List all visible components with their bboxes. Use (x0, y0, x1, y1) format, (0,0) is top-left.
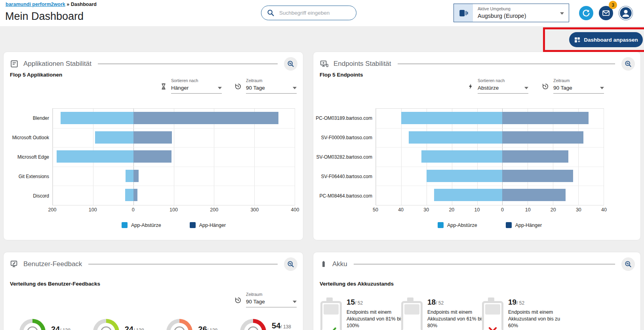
bar-crashes (427, 170, 503, 182)
period-dropdown[interactable]: Zeitraum 90 Tage (541, 78, 604, 94)
bar-hangs (502, 131, 583, 144)
environment-value: Augsburg (Europe) (478, 13, 526, 19)
detail-zoom-button[interactable] (621, 257, 635, 271)
battery-description: Endpoints mit einem Akkuzustand von 81% … (347, 309, 406, 329)
sort-value: Hänger (171, 85, 222, 91)
bar-hangs (133, 112, 279, 124)
divider (88, 264, 278, 265)
chart-subtitle: Flop 5 Applikationen (10, 72, 62, 78)
app-stability-icon (10, 59, 19, 68)
battery-count: 18/ 52 (427, 298, 487, 307)
battery-count: 15/ 52 (347, 298, 406, 307)
legend-item: App-Abstürze (438, 222, 477, 228)
gauge-ring (240, 319, 266, 330)
dashboard-page: baramundi perform2work » Dashboard Mein … (0, 0, 644, 330)
bar-crashes (126, 170, 133, 182)
customize-dashboard-label: Dashboard anpassen (584, 37, 638, 43)
category-label: Microsoft Edge (17, 154, 49, 160)
battery-description: Endpoints mit einem Akkuzustand von 61% … (427, 309, 487, 329)
chart-row (53, 109, 295, 129)
smiley-icon (170, 323, 189, 330)
detail-zoom-button[interactable] (621, 57, 635, 71)
chevron-down-icon (293, 87, 297, 89)
page-title: Mein Dashboard (5, 10, 84, 23)
smiley-icon (23, 323, 42, 330)
axis-tick-label: 20 (551, 207, 556, 213)
bar-hangs (502, 112, 588, 124)
chevron-down-icon (560, 12, 564, 15)
battery-status-text: 15/ 52Endpoints mit einem Akkuzustand vo… (347, 298, 406, 330)
card-endpoint-stability: Endpoints Stabilität Flop 5 Endpoints So… (313, 52, 641, 240)
axis-tick-label: 40 (601, 207, 607, 213)
sort-dropdown[interactable]: Sortieren nach Abstürze (467, 78, 528, 94)
bar-hangs (133, 131, 172, 144)
axis-tick-label: 20 (449, 207, 454, 213)
battery-outline-icon (320, 301, 342, 330)
period-label: Zeitraum (246, 292, 297, 297)
feedback-gauge: 24/ 138 (93, 319, 144, 330)
chart-row (376, 167, 604, 186)
breadcrumb: baramundi perform2work » Dashboard (6, 2, 97, 7)
bar-crashes (434, 189, 503, 201)
chart-row (376, 147, 604, 167)
divider (354, 264, 615, 265)
card-title: Applikationen Stabilität (23, 60, 91, 68)
card-title: Benutzer-Feedback (23, 260, 82, 268)
period-dropdown[interactable]: Zeitraum 90 Tage (234, 78, 297, 94)
feedback-gauge: 26/ 138 (166, 319, 217, 330)
card-user-feedback: Benutzer-Feedback Verteilung des Benutze… (3, 252, 303, 330)
period-dropdown[interactable]: Zeitraum 90 Tage (234, 292, 297, 307)
legend-item: App-Hänger (190, 222, 226, 228)
card-battery: Akku Verteilung des Akkuzustands 15/ 52E… (313, 252, 641, 330)
battery-distribution: 15/ 52Endpoints mit einem Akkuzustand vo… (320, 298, 636, 330)
chevron-down-icon (218, 87, 222, 89)
gauge-ring (93, 319, 119, 330)
axis-tick-label: 100 (89, 207, 97, 213)
legend-label: App-Hänger (199, 223, 226, 228)
search-box[interactable] (261, 6, 356, 20)
battery-status-text: 18/ 52Endpoints mit einem Akkuzustand vo… (427, 298, 487, 330)
environment-selector[interactable]: Aktive Umgebung Augsburg (Europe) (453, 4, 569, 22)
axis-tick-label: 400 (291, 207, 299, 213)
period-value: 90 Tage (553, 85, 604, 91)
bar-hangs (133, 189, 137, 201)
customize-dashboard-button[interactable]: Dashboard anpassen (569, 32, 643, 47)
gauge-ring (19, 319, 46, 330)
profile-button[interactable] (619, 6, 633, 20)
axis-tick-label: 30 (423, 207, 429, 213)
app-stability-chart: BlenderMicrosoft OutlookMicrosoft EdgeGi… (10, 108, 295, 228)
battery-status-critical-icon (484, 322, 502, 330)
search-input[interactable] (278, 10, 347, 16)
chart-row (376, 109, 604, 129)
battery-status-item: 19/ 52Endpoints mit einem Akkuzustand vo… (482, 298, 563, 330)
bar-hangs (502, 170, 573, 182)
battery-icon (320, 260, 328, 269)
legend-swatch (506, 222, 512, 228)
axis-tick-label: 10 (525, 207, 531, 213)
category-label: SV-F06440.bartoso.com (321, 174, 372, 179)
detail-zoom-button[interactable] (284, 57, 297, 71)
period-label: Zeitraum (246, 78, 297, 83)
bar-crashes (409, 131, 502, 144)
breadcrumb-home-link[interactable]: baramundi perform2work (6, 2, 65, 7)
category-labels: PC-OM03189.bartoso.comSV-F00009.bartoso.… (320, 108, 375, 205)
chart-plot-area (52, 108, 295, 205)
legend-item: App-Abstürze (122, 222, 161, 228)
environment-label: Aktive Umgebung (478, 6, 526, 11)
sort-dropdown[interactable]: Sortieren nach Hänger (160, 78, 222, 94)
gauge-value: 54/ 138 (272, 321, 291, 330)
category-label: PC-M08464.bartoso.com (320, 193, 372, 199)
endpoint-stability-icon (320, 59, 329, 68)
chart-row (53, 186, 295, 205)
legend-swatch (122, 222, 128, 228)
chart-legend: App-AbstürzeApp-Hänger (375, 222, 604, 228)
breadcrumb-separator: » (67, 2, 69, 7)
category-label: Discord (33, 193, 49, 199)
axis-tick-label: 40 (398, 207, 404, 213)
bar-crashes (95, 131, 133, 144)
refresh-button[interactable] (579, 6, 593, 20)
feedback-gauge: 54/ 138 (240, 319, 291, 330)
chart-row (376, 128, 604, 148)
detail-zoom-button[interactable] (284, 257, 297, 271)
gridline (604, 109, 604, 205)
